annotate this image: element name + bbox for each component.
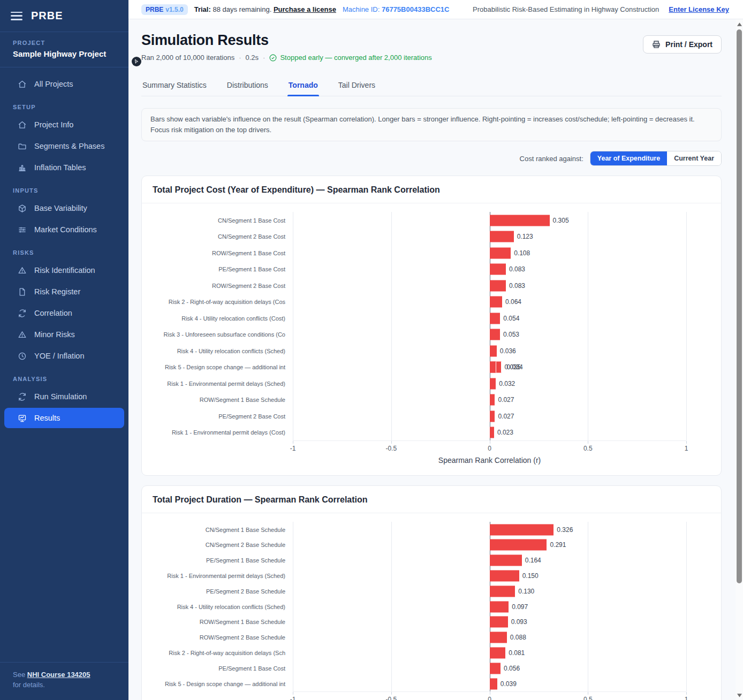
sidebar-item-label: Segments & Phases bbox=[34, 142, 104, 150]
scrollbar-thumb[interactable] bbox=[737, 29, 742, 583]
tornado-row: 0.0350.034 bbox=[293, 359, 686, 376]
toggle-option-year-of-expenditure[interactable]: Year of Expenditure bbox=[590, 151, 667, 165]
tornado-row: 0.130 bbox=[293, 583, 686, 599]
bar bbox=[490, 280, 506, 291]
nhi-course-link[interactable]: NHI Course 134205 bbox=[27, 671, 90, 679]
bar bbox=[490, 617, 508, 628]
chart-card-duration: Total Project Duration — Spearman Rank C… bbox=[141, 485, 722, 700]
tornado-row: 0.039 bbox=[293, 676, 686, 691]
project-block: PROJECT Sample Highway Project bbox=[0, 32, 128, 67]
sidebar-item-yoe-inflation[interactable]: YOE / Inflation bbox=[4, 346, 124, 366]
bar bbox=[490, 570, 519, 582]
sidebar-item-label: All Projects bbox=[34, 80, 73, 88]
sidebar-item-segments-phases[interactable]: Segments & Phases bbox=[4, 136, 124, 156]
project-label: PROJECT bbox=[13, 40, 116, 46]
sidebar-header: PRBE bbox=[0, 0, 128, 32]
enter-license-key-link[interactable]: Enter License Key bbox=[669, 5, 729, 13]
category-label: PE/Segment 1 Base Schedule bbox=[153, 553, 293, 568]
bar bbox=[490, 410, 495, 422]
tornado-row: 0.305 bbox=[293, 212, 686, 229]
toggle-option-current-year[interactable]: Current Year bbox=[667, 151, 721, 165]
check-circle-icon bbox=[269, 54, 277, 62]
bar-value-label: 0.054 bbox=[503, 315, 519, 322]
app-logo: PRBE bbox=[31, 10, 63, 22]
sidebar-item-project-info[interactable]: Project Info bbox=[4, 115, 124, 135]
trial-status: Trial: 88 days remaining. Purchase a lic… bbox=[194, 5, 336, 13]
scroll-down-arrow[interactable] bbox=[736, 691, 743, 699]
sidebar-item-label: YOE / Inflation bbox=[34, 352, 85, 360]
sidebar-item-inflation-tables[interactable]: Inflation Tables bbox=[4, 157, 124, 178]
category-label: CN/Segment 2 Base Schedule bbox=[153, 537, 293, 553]
sidebar-item-risk-identification[interactable]: Risk Identification bbox=[4, 260, 124, 280]
category-label: PE/Segment 2 Base Cost bbox=[153, 408, 293, 424]
tick-mark bbox=[293, 692, 293, 695]
sidebar-item-label: Run Simulation bbox=[34, 392, 87, 401]
purchase-license-link[interactable]: Purchase a license bbox=[274, 5, 336, 13]
sidebar-item-label: Minor Risks bbox=[34, 330, 75, 339]
bar-value-label: 0.027 bbox=[498, 396, 514, 404]
separator-dot: · bbox=[263, 54, 265, 62]
sidebar: PRBE PROJECT Sample Highway Project All … bbox=[0, 0, 128, 700]
sidebar-item-label: Risk Register bbox=[34, 287, 80, 296]
bar bbox=[490, 632, 507, 643]
category-label: Risk 2 - Right-of-way acquisition delays… bbox=[153, 645, 293, 661]
sidebar-item-minor-risks[interactable]: Minor Risks bbox=[4, 324, 124, 345]
tab-summary-statistics[interactable]: Summary Statistics bbox=[141, 75, 208, 96]
document-icon bbox=[17, 287, 27, 296]
tornado-row: 0.088 bbox=[293, 630, 686, 645]
tab-distributions[interactable]: Distributions bbox=[226, 75, 269, 96]
tab-tornado[interactable]: Tornado bbox=[287, 75, 319, 96]
home-icon bbox=[17, 79, 27, 89]
page-title: Simulation Results bbox=[141, 32, 432, 49]
bar-value-label: 0.164 bbox=[525, 557, 541, 564]
bar-value-label: 0.326 bbox=[557, 526, 573, 534]
bar bbox=[490, 231, 514, 242]
machine-id: Machine ID: 76775B00433BCC1C bbox=[343, 5, 449, 13]
sidebar-section-risks: RISKS bbox=[0, 241, 128, 259]
sidebar-item-market-conditions[interactable]: Market Conditions bbox=[4, 219, 124, 240]
tab-tail-drivers[interactable]: Tail Drivers bbox=[337, 75, 376, 96]
cursor-icon bbox=[132, 57, 141, 66]
sidebar-nav: All ProjectsSETUPProject InfoSegments & … bbox=[0, 67, 128, 428]
home-icon bbox=[17, 120, 27, 130]
bar-value-label: 0.123 bbox=[517, 233, 533, 240]
x-tick-label: 0.5 bbox=[583, 696, 593, 700]
tick-mark bbox=[686, 692, 687, 695]
tornado-row: 0.053 bbox=[293, 326, 686, 343]
warning-icon bbox=[17, 330, 27, 339]
refresh-icon bbox=[17, 308, 27, 318]
bar-value-label: 0.039 bbox=[501, 680, 517, 688]
sidebar-item-all-projects[interactable]: All Projects bbox=[4, 74, 124, 94]
category-label: PE/Segment 2 Base Schedule bbox=[153, 583, 293, 599]
sidebar-item-run-simulation[interactable]: Run Simulation bbox=[4, 386, 124, 407]
category-label: CN/Segment 1 Base Schedule bbox=[153, 522, 293, 537]
category-label: Risk 1 - Environmental permit delays (Co… bbox=[153, 424, 293, 441]
tornado-row: 0.150 bbox=[293, 568, 686, 584]
rank-toggle-row: Cost ranked against: Year of Expenditure… bbox=[141, 151, 722, 166]
trial-label: Trial: bbox=[194, 5, 211, 13]
run-summary-text: Ran 2,000 of 10,000 iterations bbox=[141, 54, 234, 62]
sidebar-item-correlation[interactable]: Correlation bbox=[4, 303, 124, 323]
sliders-icon bbox=[17, 225, 27, 234]
print-export-button[interactable]: Print / Export bbox=[643, 35, 722, 54]
bar bbox=[490, 539, 547, 551]
tornado-row: 0.083 bbox=[293, 277, 686, 294]
tornado-row: 0.123 bbox=[293, 229, 686, 245]
sidebar-item-base-variability[interactable]: Base Variability bbox=[4, 198, 124, 218]
badge-version: v1.5.0 bbox=[165, 6, 183, 13]
bar bbox=[490, 427, 494, 438]
cube-icon bbox=[17, 203, 27, 213]
menu-icon[interactable] bbox=[11, 12, 22, 20]
monitor-icon bbox=[17, 413, 27, 423]
category-label: Risk 3 - Unforeseen subsurface condition… bbox=[153, 326, 293, 343]
sidebar-item-risk-register[interactable]: Risk Register bbox=[4, 281, 124, 302]
rank-toggle: Year of ExpenditureCurrent Year bbox=[590, 151, 722, 166]
sidebar-item-label: Inflation Tables bbox=[34, 163, 86, 172]
bar-value-label: 0.097 bbox=[512, 603, 528, 611]
bar bbox=[490, 362, 497, 373]
sidebar-item-results[interactable]: Results bbox=[4, 408, 124, 428]
bar bbox=[490, 678, 497, 689]
tick-mark bbox=[490, 441, 490, 444]
scroll-up-arrow[interactable] bbox=[736, 20, 743, 28]
tick-mark bbox=[490, 692, 490, 695]
